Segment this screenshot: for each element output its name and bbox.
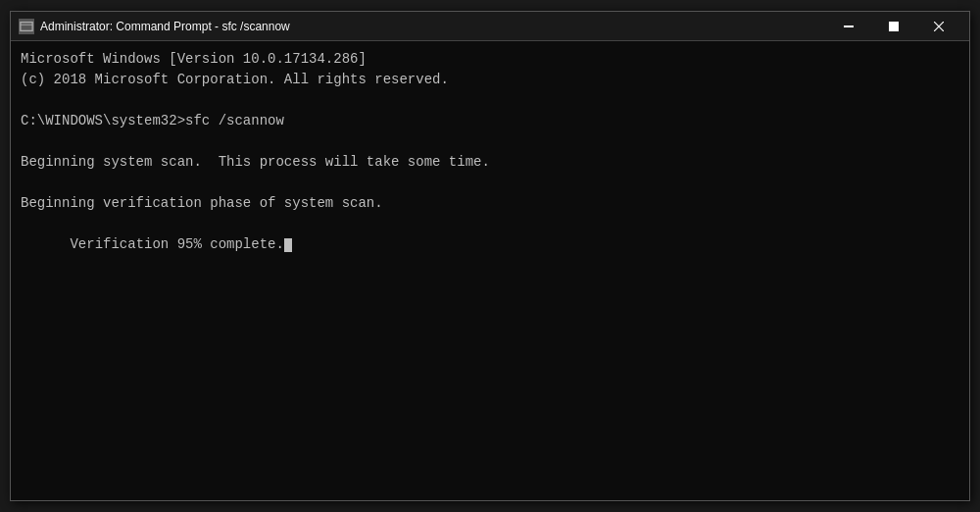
console-line-2	[21, 90, 959, 111]
console-line-5: Beginning system scan. This process will…	[21, 152, 959, 173]
console-output: Microsoft Windows [Version 10.0.17134.28…	[11, 41, 969, 500]
close-button[interactable]	[916, 12, 961, 41]
svg-rect-2	[844, 26, 854, 26]
console-line-4	[21, 131, 959, 152]
console-line-8: Verification 95% complete.	[21, 214, 959, 276]
minimize-button[interactable]	[826, 12, 871, 41]
console-line-0: Microsoft Windows [Version 10.0.17134.28…	[21, 49, 959, 70]
cursor-blink	[284, 238, 292, 252]
console-line-3: C:\WINDOWS\system32>sfc /scannow	[21, 111, 959, 131]
console-line-1: (c) 2018 Microsoft Corporation. All righ…	[21, 70, 959, 90]
window-controls	[826, 12, 961, 41]
window-icon	[19, 19, 34, 34]
cmd-window: Administrator: Command Prompt - sfc /sca…	[10, 11, 970, 501]
window-title: Administrator: Command Prompt - sfc /sca…	[40, 20, 826, 33]
svg-rect-3	[890, 22, 899, 30]
console-line-6	[21, 173, 959, 193]
console-line-7: Beginning verification phase of system s…	[21, 193, 959, 214]
maximize-button[interactable]	[871, 12, 916, 41]
titlebar: Administrator: Command Prompt - sfc /sca…	[11, 12, 969, 41]
svg-rect-0	[21, 22, 32, 30]
